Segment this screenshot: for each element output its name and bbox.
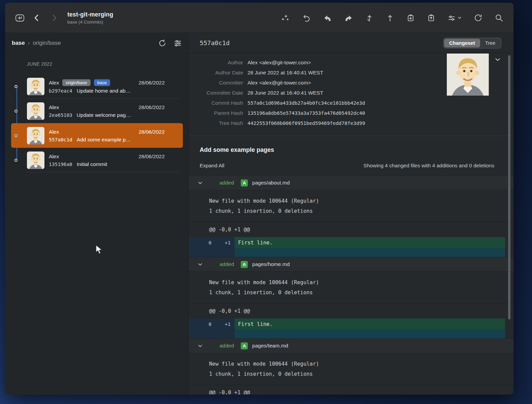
commit-text: Alex 28/06/2022 135196a8 Initial commit <box>49 153 179 167</box>
file-status: added <box>220 343 234 349</box>
back-button-icon[interactable] <box>33 13 40 22</box>
row-separator <box>27 172 180 172</box>
file-status-badge: A <box>241 261 248 268</box>
avatar <box>27 78 44 95</box>
old-line-number: 0 <box>189 318 219 330</box>
commit-text: Alex origin/base base 28/06/2022 b297eac… <box>49 79 179 94</box>
meta-value: 28 June 2022 at 16:40:41 WEST <box>247 88 323 98</box>
services-sliders-icon <box>447 13 456 22</box>
commit-message: Update home and ab… <box>77 88 131 94</box>
diff-tail-content <box>235 330 505 338</box>
meta-value: 28 June 2022 at 16:40:41 WEST <box>247 68 323 78</box>
commit-date: 28/06/2022 <box>138 153 179 159</box>
file-mode-line: New file with mode 100644 (Regular) <box>209 359 513 369</box>
filter-sliders-icon[interactable] <box>173 39 182 47</box>
window-subtitle: base (4 Commits) <box>67 20 113 25</box>
graph-node-icon <box>14 109 18 112</box>
merge-icon[interactable] <box>323 13 332 22</box>
new-line-number: +1 <box>219 237 235 248</box>
commit-message-title: Add some example pages <box>200 146 502 154</box>
commit-author: Alex <box>49 153 59 159</box>
meta-label: Committer Date <box>189 88 247 98</box>
commit-hash: b297eac4 <box>49 88 72 93</box>
file-header[interactable]: added A pages/about.md <box>189 175 513 190</box>
avatar <box>27 152 44 169</box>
commit-hash: 557a0c1d <box>49 137 72 142</box>
commit-row[interactable]: Alex 28/06/2022 135196a8 Initial commit <box>11 148 183 172</box>
stash-apply-icon[interactable] <box>427 13 435 22</box>
forward-button-icon[interactable] <box>51 13 58 22</box>
remote-branch-badge: origin/base <box>62 79 91 86</box>
changes-summary-row: Expand All Showing 4 changed files with … <box>189 154 513 175</box>
stash-save-icon[interactable] <box>406 13 415 22</box>
commit-date: 28/06/2022 <box>138 129 179 135</box>
diff-line-content: First line. <box>235 318 505 330</box>
chevron-down-icon <box>458 16 462 20</box>
diff-tail-gutter <box>189 248 235 257</box>
tab-tree[interactable]: Tree <box>480 39 500 47</box>
breadcrumb-root[interactable]: base <box>12 40 25 46</box>
branch-badge: base <box>94 79 110 86</box>
meta-value: Alex <alex@git-tower.com> <box>247 58 311 68</box>
services-button[interactable] <box>447 13 462 22</box>
commit-metadata: AuthorAlex <alex@git-tower.com> Author D… <box>189 53 513 128</box>
branch-breadcrumb-bar: base › origin/base <box>5 33 188 53</box>
detail-header: 557a0c1d Changeset Tree <box>189 33 513 53</box>
file-path: pages/about.md <box>252 180 290 186</box>
window-title: test-git-merging <box>67 11 113 18</box>
avatar-chevron-down-icon[interactable] <box>495 57 501 62</box>
history-icon[interactable] <box>158 39 167 47</box>
commit-hash: 135196a8 <box>49 161 72 167</box>
commit-date: 28/06/2022 <box>138 79 179 86</box>
meta-value: 135196a8db65e57433a3a7353fa476d05492dc40 <box>247 108 365 118</box>
breadcrumb-current[interactable]: origin/base <box>33 40 61 46</box>
commit-author: Alex <box>49 79 59 86</box>
commit-message: Add some example p… <box>77 136 131 142</box>
commit-row[interactable]: Alex 28/06/2022 2ea65103 Update welcome … <box>11 99 183 123</box>
pull-icon[interactable] <box>365 13 374 22</box>
diff-tail-gutter <box>189 330 235 338</box>
file-header[interactable]: added A pages/team.md <box>189 338 513 353</box>
file-header[interactable]: added A pages/home.md <box>189 257 513 272</box>
commit-text: Alex 28/06/2022 2ea65103 Update welcome … <box>49 104 179 118</box>
commit-message: Initial commit <box>77 161 107 167</box>
tab-changeset[interactable]: Changeset <box>444 39 480 47</box>
diff-line-added: 0 +1 First line. <box>189 318 513 330</box>
file-path: pages/home.md <box>252 261 290 267</box>
file-info: New file with mode 100644 (Regular) 1 ch… <box>189 272 513 303</box>
meta-label: Commit Hash <box>189 98 247 108</box>
file-stats-line: 1 chunk, 1 insertion, 0 deletions <box>209 288 513 298</box>
quick-actions-icon[interactable] <box>281 13 290 22</box>
breadcrumb-separator: › <box>28 40 30 46</box>
push-icon[interactable] <box>386 13 394 22</box>
refresh-icon[interactable] <box>474 13 483 22</box>
chevron-down-icon[interactable] <box>198 262 203 267</box>
window-title-block: test-git-merging base (4 Commits) <box>67 11 113 25</box>
diff-line-tail <box>189 330 513 338</box>
search-icon[interactable] <box>495 13 503 22</box>
commit-hash: 2ea65103 <box>49 112 72 117</box>
meta-label: Author Date <box>189 68 247 78</box>
main-split: base › origin/base JUNE 2022 <box>5 33 513 395</box>
commit-row-selected[interactable]: Alex 28/06/2022 557a0c1d Add some exampl… <box>11 123 183 148</box>
new-line-number: +1 <box>219 318 235 330</box>
graph-node-icon <box>14 159 18 162</box>
commit-message-block: Add some example pages <box>189 136 513 154</box>
commit-group-header: JUNE 2022 <box>5 61 188 68</box>
file-stats-line: 1 chunk, 1 insertion, 0 deletions <box>209 206 513 216</box>
undo-icon[interactable] <box>302 13 311 22</box>
repository-icon[interactable] <box>14 12 26 23</box>
commit-row[interactable]: Alex origin/base base 28/06/2022 b297eac… <box>11 74 183 99</box>
avatar <box>27 102 44 120</box>
file-status: added <box>220 261 234 267</box>
vertical-scrollbar[interactable] <box>508 55 510 319</box>
rebase-icon[interactable] <box>344 13 353 22</box>
chevron-down-icon[interactable] <box>198 343 203 348</box>
expand-all-button[interactable]: Expand All <box>200 163 224 169</box>
titlebar: test-git-merging base (4 Commits) <box>5 3 513 33</box>
hunk-header: @@ -0,0 +1 @@ <box>189 222 513 237</box>
file-mode-line: New file with mode 100644 (Regular) <box>209 196 513 206</box>
file-status: added <box>220 180 234 186</box>
chevron-down-icon[interactable] <box>198 180 203 186</box>
view-mode-segmented-control: Changeset Tree <box>443 38 501 48</box>
